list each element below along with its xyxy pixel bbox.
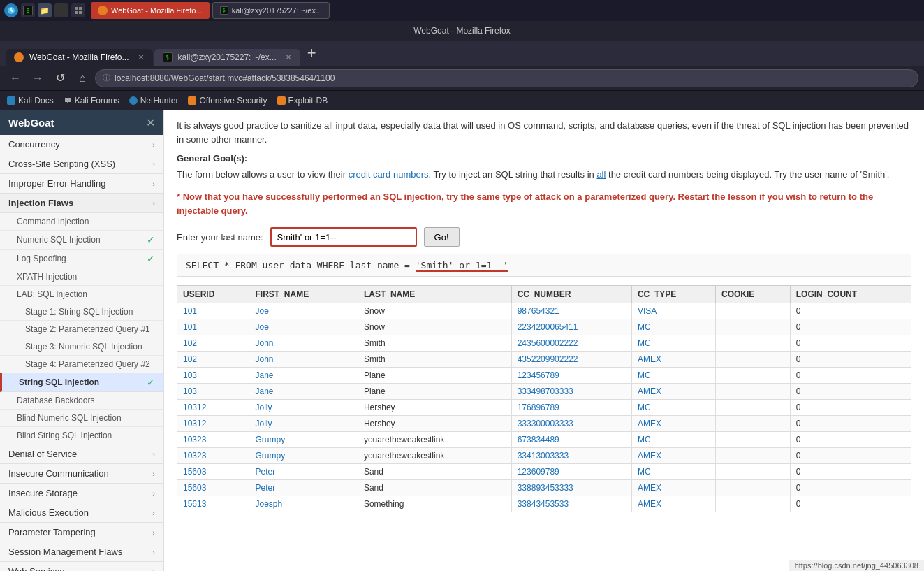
web-services-arrow: › [152,568,155,572]
warning-text: It is always good practice to sanitize a… [177,119,911,146]
files-taskbar-icon[interactable]: 📁 [38,3,52,17]
address-bar[interactable]: ⓘ localhost:8080/WebGoat/start.mvc#attac… [95,69,918,87]
svg-rect-2 [79,7,82,10]
sql-injected-part: 'Smith' or 1=1--' [416,260,508,272]
string-sql-label: String SQL Injection [19,377,99,387]
success-message: * Now that you have successfully perform… [177,190,911,219]
injection-flaws-arrow: › [152,199,155,208]
sidebar-close-button[interactable]: ✕ [146,116,155,129]
sidebar-item-insecure-storage[interactable]: Insecure Storage › [0,484,163,503]
sidebar-item-stage2[interactable]: Stage 2: Parameterized Query #1 [0,321,163,338]
blind-numeric-label: Blind Numeric SQL Injection [17,413,122,423]
denial-of-service-label: Denial of Service [8,449,77,459]
sidebar-item-numeric-sql[interactable]: Numeric SQL Injection ✓ [0,231,163,250]
numeric-sql-check: ✓ [147,234,155,245]
bookmark-kali-forums[interactable]: Kali Forums [64,96,119,106]
session-management-label: Session Management Flaws [8,547,122,557]
parameter-tampering-label: Parameter Tampering [8,527,96,537]
kali-forums-label: Kali Forums [75,96,119,106]
nethunter-icon [129,96,138,105]
sidebar-item-denial-of-service[interactable]: Denial of Service › [0,444,163,464]
app-menu-icon[interactable] [4,3,18,17]
col-cookie: COOKIE [716,286,791,303]
terminal-tab-close-icon[interactable]: ✕ [285,52,292,62]
log-spoofing-label: Log Spoofing [17,254,66,263]
sql-text-start: SELECT * FROM user_data WHERE last_name … [186,260,416,270]
insecure-comm-label: Insecure Communication [8,468,109,479]
sidebar-header: WebGoat ✕ [0,110,163,135]
injection-flaws-label: Injection Flaws [8,198,73,208]
sidebar-item-blind-numeric[interactable]: Blind Numeric SQL Injection [0,410,163,427]
sidebar-item-session-management[interactable]: Session Management Flaws › [0,542,163,562]
sidebar-item-injection-flaws[interactable]: Injection Flaws › [0,194,163,213]
sidebar-item-log-spoofing[interactable]: Log Spoofing ✓ [0,250,163,268]
parameter-arrow: › [152,528,155,537]
sidebar-item-string-sql[interactable]: String SQL Injection ✓ [0,373,163,392]
title-bar: WebGoat - Mozilla Firefox [0,21,924,41]
sidebar-item-command-injection[interactable]: Command Injection [0,213,163,231]
col-cc-type: CC_TYPE [631,286,715,303]
tab-title: WebGoat - Mozilla Firefo... [29,52,129,62]
sidebar-item-insecure-communication[interactable]: Insecure Communication › [0,464,163,484]
browser-window: WebGoat - Mozilla Firefox WebGoat - Mozi… [0,21,924,571]
terminal-taskbar-tab[interactable]: $ kali@zxy20175227: ~/ex... [212,2,330,19]
malicious-execution-label: Malicious Execution [8,507,89,518]
back-button[interactable]: ← [6,68,25,88]
sidebar-item-malicious-execution[interactable]: Malicious Execution › [0,503,163,523]
app-grid-icon[interactable] [71,3,85,17]
bookmark-offensive-security[interactable]: Offensive Security [188,96,267,106]
col-login-count: LOGIN_COUNT [790,286,911,303]
sidebar-item-db-backdoors[interactable]: Database Backdoors [0,392,163,410]
insecure-storage-arrow: › [152,489,155,498]
last-name-input[interactable] [270,227,417,247]
sidebar-item-stage3[interactable]: Stage 3: Numeric SQL Injection [0,338,163,356]
bookmark-nethunter[interactable]: NetHunter [129,96,179,106]
refresh-button[interactable]: ↺ [50,68,70,88]
content-area: WebGoat ✕ Concurrency › Cross-Site Scrip… [0,110,924,571]
tab-close-icon[interactable]: ✕ [138,52,145,62]
svg-rect-4 [79,11,82,14]
form-label: Enter your last name: [177,232,263,243]
forward-button[interactable]: → [28,68,47,88]
sidebar-item-blind-string[interactable]: Blind String SQL Injection [0,427,163,444]
sidebar-item-web-services[interactable]: Web Services › [0,562,163,571]
offensive-security-icon [188,96,196,105]
col-last-name: LAST_NAME [358,286,511,303]
go-button[interactable]: Go! [424,227,460,247]
terminal-tab-label: kali@zxy20175227: ~/ex... [232,6,323,15]
home-button[interactable]: ⌂ [73,68,92,88]
terminal-tab-title: kali@zxy20175227: ~/ex... [178,52,277,62]
credit-cards-link[interactable]: credit card numbers [349,169,429,180]
kali-docs-label: Kali Docs [18,96,54,106]
col-userid: USERID [177,286,249,303]
sidebar-item-lab-sql[interactable]: LAB: SQL Injection [0,286,163,303]
sidebar-item-parameter-tampering[interactable]: Parameter Tampering › [0,523,163,542]
sidebar-item-xss[interactable]: Cross-Site Scripting (XSS) › [0,154,163,174]
active-tab[interactable]: WebGoat - Mozilla Firefo... ✕ [6,49,153,66]
bookmark-kali-docs[interactable]: Kali Docs [7,96,54,106]
terminal-taskbar-icon[interactable]: $ [21,3,35,17]
inactive-tab[interactable]: $ kali@zxy20175227: ~/ex... ✕ [154,49,300,66]
bookmark-exploit-db[interactable]: Exploit-DB [277,96,328,106]
kali-forums-icon [64,96,72,105]
table-row: 102JohnSmith4352209902222AMEX0 [177,352,911,368]
insecure-comm-arrow: › [152,470,155,478]
sidebar-item-concurrency[interactable]: Concurrency › [0,135,163,154]
web-services-label: Web Services [8,566,64,571]
table-row: 10312JollyHershey333300003333AMEX0 [177,416,911,432]
tab-terminal-icon: $ [163,52,173,62]
table-row: 15603PeterSand123609789MC0 [177,464,911,480]
concurrency-label: Concurrency [8,139,60,150]
sidebar-item-improper-error[interactable]: Improper Error Handling › [0,174,163,194]
blind-string-label: Blind String SQL Injection [17,431,112,440]
address-lock-icon: ⓘ [103,73,110,83]
new-tab-button[interactable]: + [302,44,322,62]
all-text: all [596,169,606,180]
misc-icon1[interactable] [54,3,68,17]
table-row: 15603PeterSand338893453333AMEX0 [177,480,911,496]
sidebar-item-stage4[interactable]: Stage 4: Parameterized Query #2 [0,356,163,373]
sidebar-item-xpath[interactable]: XPATH Injection [0,268,163,286]
sidebar-item-stage1[interactable]: Stage 1: String SQL Injection [0,303,163,321]
firefox-taskbar-tab[interactable]: WebGoat - Mozilla Firefo... [91,2,210,19]
sidebar: WebGoat ✕ Concurrency › Cross-Site Scrip… [0,110,164,571]
